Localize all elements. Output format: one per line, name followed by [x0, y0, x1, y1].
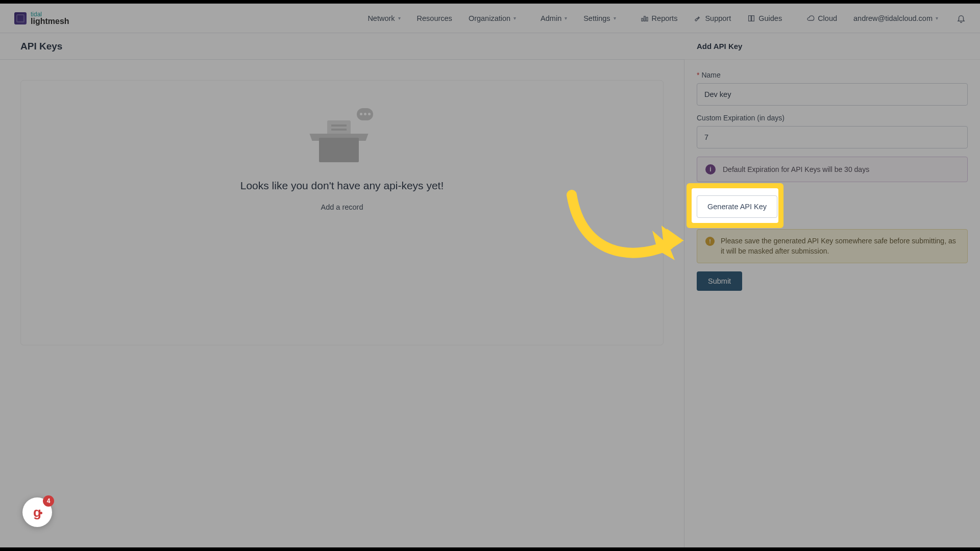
panel-title: Add API Key — [697, 42, 742, 51]
nav-admin[interactable]: Admin ▾ — [533, 10, 574, 27]
name-input[interactable] — [697, 83, 968, 106]
chevron-down-icon: ▾ — [565, 15, 567, 21]
nav-cloud[interactable]: Cloud — [799, 10, 844, 27]
chevron-down-icon: ▾ — [614, 15, 616, 21]
cloud-icon — [806, 14, 815, 22]
nav-support[interactable]: Support — [687, 10, 738, 27]
book-icon — [747, 14, 755, 22]
svg-rect-1 — [644, 16, 645, 21]
nav-reports[interactable]: Reports — [633, 10, 685, 27]
expiration-field-label: Custom Expiration (in days) — [697, 114, 968, 122]
default-expiration-info: i Default Expiration for API Keys will b… — [697, 157, 968, 182]
chevron-down-icon: ▾ — [398, 15, 401, 21]
brand-logo[interactable]: tidal lightmesh — [14, 11, 69, 26]
nav-resources[interactable]: Resources — [410, 10, 459, 27]
nav-organization[interactable]: Organization ▾ — [461, 10, 523, 27]
add-record-link[interactable]: Add a record — [321, 203, 363, 211]
help-badge: 4 — [43, 495, 54, 507]
submit-button[interactable]: Submit — [697, 271, 742, 291]
empty-inbox-icon — [314, 111, 370, 162]
bell-icon[interactable] — [957, 14, 966, 23]
help-fab[interactable]: g 4 — [22, 497, 52, 527]
name-field-label: *Name — [697, 71, 968, 79]
warning-icon: ! — [705, 237, 715, 246]
save-key-warning: ! Please save the generated API Key some… — [697, 229, 968, 263]
wrench-icon — [694, 14, 702, 22]
empty-state-card: Looks like you don't have any api-keys y… — [20, 80, 664, 345]
nav-settings[interactable]: Settings ▾ — [576, 10, 623, 27]
svg-rect-0 — [642, 18, 643, 21]
main-content: Looks like you don't have any api-keys y… — [0, 60, 684, 547]
nav-user-menu[interactable]: andrew@tidalcloud.com ▾ — [846, 10, 945, 27]
bar-chart-icon — [641, 14, 649, 22]
nav-guides[interactable]: Guides — [740, 10, 789, 27]
primary-nav: Network ▾ Resources Organization ▾ Admin… — [360, 10, 966, 27]
logo-mark-icon — [14, 12, 27, 24]
chevron-down-icon: ▾ — [936, 15, 938, 21]
svg-rect-2 — [646, 17, 648, 21]
nav-network[interactable]: Network ▾ — [360, 10, 407, 27]
info-icon: i — [705, 164, 716, 174]
top-navbar: tidal lightmesh Network ▾ Resources Orga… — [0, 4, 980, 33]
page-title: API Keys — [20, 41, 62, 52]
expiration-input[interactable] — [697, 126, 968, 148]
brand-line1: tidal — [31, 11, 69, 17]
empty-state-title: Looks like you don't have any api-keys y… — [240, 180, 444, 192]
add-api-key-panel: Add API Key *Name Custom Expiration (in … — [684, 60, 980, 547]
chevron-down-icon: ▾ — [513, 15, 516, 21]
brand-line2: lightmesh — [31, 17, 69, 26]
generate-api-key-button[interactable]: Generate API Key — [697, 195, 777, 218]
